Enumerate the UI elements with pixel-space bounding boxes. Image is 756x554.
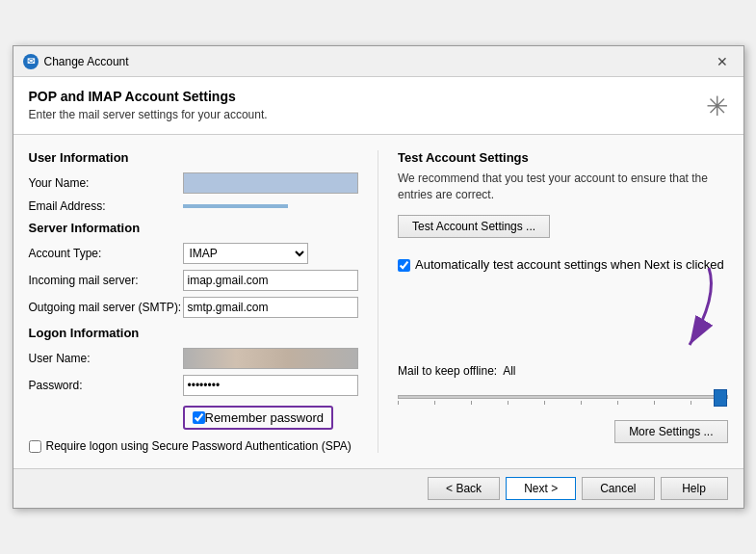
slider-track (398, 395, 728, 399)
server-info-section-title: Server Information (29, 221, 359, 235)
help-button[interactable]: Help (661, 477, 728, 500)
more-settings-button[interactable]: More Settings ... (614, 420, 727, 443)
header-icon: ✳ (706, 91, 728, 122)
remember-password-label: Remember password (205, 410, 325, 425)
email-row: Email Address: (29, 199, 359, 213)
your-name-row: Your Name: (29, 172, 359, 194)
tick-7 (617, 401, 618, 405)
header-subtitle: Enter the mail server settings for your … (29, 108, 268, 121)
logon-info-section-title: Logon Information (29, 326, 359, 340)
account-type-value[interactable]: IMAP POP3 (183, 243, 359, 264)
username-row: User Name: (29, 348, 359, 369)
tick-2 (434, 401, 435, 405)
next-arrow-icon (613, 258, 738, 364)
header-title: POP and IMAP Account Settings (29, 89, 268, 104)
spa-row: Require logon using Secure Password Auth… (29, 439, 359, 453)
mail-offline-row: Mail to keep offline: All (398, 364, 728, 378)
back-button[interactable]: < Back (428, 477, 500, 500)
tick-1 (398, 401, 399, 405)
mail-offline-label: Mail to keep offline: (398, 364, 497, 378)
email-label: Email Address: (29, 199, 183, 213)
dialog-title: Change Account (44, 55, 711, 68)
test-description: We recommend that you test your account … (398, 171, 728, 203)
change-account-dialog: ✉ Change Account ✕ POP and IMAP Account … (13, 45, 744, 509)
password-value[interactable] (183, 375, 359, 396)
account-type-row: Account Type: IMAP POP3 (29, 243, 359, 264)
slider-thumb[interactable] (714, 389, 727, 407)
test-settings-title: Test Account Settings (398, 150, 728, 165)
arrow-area (398, 287, 728, 364)
tick-10 (726, 401, 727, 405)
test-account-settings-button[interactable]: Test Account Settings ... (398, 215, 550, 238)
password-label: Password: (29, 379, 183, 392)
tick-6 (581, 401, 582, 405)
user-info-section-title: User Information (29, 150, 359, 165)
tick-3 (471, 401, 472, 405)
your-name-blurred (183, 172, 359, 194)
remember-password-row: Remember password (29, 402, 359, 434)
spa-checkbox[interactable] (29, 440, 41, 453)
username-value (183, 348, 359, 369)
dialog-footer: < Back Next > Cancel Help (13, 468, 743, 508)
right-panel: Test Account Settings We recommend that … (378, 150, 728, 453)
header-text-area: POP and IMAP Account Settings Enter the … (29, 89, 268, 121)
outgoing-label: Outgoing mail server (SMTP): (29, 301, 183, 314)
dialog-header: POP and IMAP Account Settings Enter the … (13, 77, 743, 135)
next-button[interactable]: Next > (506, 477, 576, 500)
password-input[interactable] (183, 375, 359, 396)
password-row: Password: (29, 375, 359, 396)
your-name-label: Your Name: (29, 176, 183, 190)
outgoing-value[interactable]: smtp.gmail.com (183, 297, 359, 318)
incoming-server-input[interactable]: imap.gmail.com (183, 270, 359, 291)
incoming-label: Incoming mail server: (29, 274, 183, 287)
tick-4 (508, 401, 508, 405)
dialog-icon: ✉ (23, 54, 39, 69)
cancel-button[interactable]: Cancel (582, 477, 654, 500)
email-blurred (183, 204, 289, 208)
auto-test-checkbox[interactable] (398, 259, 410, 272)
spa-label: Require logon using Secure Password Auth… (46, 439, 352, 453)
username-blurred (183, 348, 359, 369)
mail-offline-value: All (503, 364, 515, 378)
account-type-label: Account Type: (29, 247, 183, 260)
remember-password-checkbox[interactable] (193, 411, 205, 424)
mail-offline-slider[interactable] (398, 383, 728, 409)
incoming-server-row: Incoming mail server: imap.gmail.com (29, 270, 359, 291)
outgoing-server-row: Outgoing mail server (SMTP): smtp.gmail.… (29, 297, 359, 318)
tick-5 (544, 401, 545, 405)
email-value (183, 204, 359, 208)
account-type-select[interactable]: IMAP POP3 (183, 243, 308, 264)
close-button[interactable]: ✕ (711, 53, 734, 70)
slider-ticks (398, 401, 728, 405)
incoming-value[interactable]: imap.gmail.com (183, 270, 359, 291)
your-name-value (183, 172, 359, 194)
remember-password-box[interactable]: Remember password (183, 406, 334, 430)
left-panel: User Information Your Name: Email Addres… (29, 150, 359, 453)
tick-8 (654, 401, 655, 405)
titlebar: ✉ Change Account ✕ (13, 46, 743, 77)
content-area: User Information Your Name: Email Addres… (13, 135, 743, 468)
outgoing-server-input[interactable]: smtp.gmail.com (183, 297, 359, 318)
username-label: User Name: (29, 352, 183, 365)
tick-9 (691, 401, 691, 405)
